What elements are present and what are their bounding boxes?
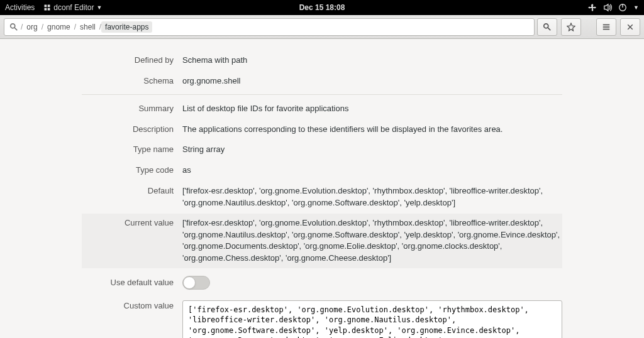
defined-by-value: Schema with path (182, 55, 562, 67)
svg-rect-4 (603, 26, 610, 28)
type-code-value: as (182, 165, 562, 177)
current-value-label: Current value (82, 217, 182, 264)
description-label: Description (82, 124, 182, 136)
key-detail-view: Defined by Schema with path Schema org.g… (0, 39, 644, 338)
network-icon[interactable] (588, 3, 597, 12)
star-icon (567, 23, 575, 31)
description-value: The applications corresponding to these … (182, 124, 562, 136)
schema-value: org.gnome.shell (182, 75, 562, 87)
svg-point-2 (544, 23, 548, 28)
type-name-label: Type name (82, 144, 182, 156)
summary-label: Summary (82, 103, 182, 115)
schema-label: Schema (82, 75, 182, 87)
gnome-topbar: Activities dconf Editor ▼ Dec 15 18:08 ▼ (0, 0, 644, 15)
path-segment-org[interactable]: org (23, 21, 41, 33)
dconf-icon (43, 4, 51, 11)
menu-button[interactable] (596, 18, 616, 36)
header-bar: / org / gnome / shell / favorite-apps (0, 15, 644, 39)
type-name-value: String array (182, 144, 562, 156)
hamburger-icon (602, 23, 611, 31)
volume-icon[interactable] (603, 3, 612, 12)
app-menu-label: dconf Editor (53, 3, 94, 12)
path-bar[interactable]: / org / gnome / shell / favorite-apps (4, 18, 535, 36)
search-button[interactable] (537, 18, 557, 36)
path-segment-gnome[interactable]: gnome (43, 21, 74, 33)
bookmark-button[interactable] (561, 18, 581, 36)
current-value: ['firefox-esr.desktop', 'org.gnome.Evolu… (182, 217, 562, 264)
divider (82, 94, 562, 95)
close-icon (626, 23, 634, 31)
custom-value-label: Custom value (82, 300, 182, 338)
svg-rect-3 (603, 24, 610, 25)
default-label: Default (82, 185, 182, 209)
default-value: ['firefox-esr.desktop', 'org.gnome.Evolu… (182, 185, 562, 209)
search-icon (543, 23, 552, 31)
power-icon[interactable] (618, 3, 627, 12)
custom-value-textarea[interactable] (182, 300, 562, 338)
chevron-down-icon: ▼ (96, 4, 102, 11)
summary-value: List of desktop file IDs for favorite ap… (182, 103, 562, 115)
path-segment-shell[interactable]: shell (76, 21, 99, 33)
app-menu[interactable]: dconf Editor ▼ (43, 3, 102, 12)
activities-button[interactable]: Activities (5, 3, 35, 12)
use-default-label: Use default value (82, 277, 182, 289)
svg-point-1 (11, 23, 15, 28)
use-default-switch[interactable] (182, 276, 210, 290)
path-segment-favorite-apps[interactable]: favorite-apps (101, 21, 152, 33)
search-icon[interactable] (7, 23, 21, 31)
defined-by-label: Defined by (82, 55, 182, 67)
close-button[interactable] (620, 18, 640, 36)
clock[interactable]: Dec 15 18:08 (299, 3, 345, 12)
svg-rect-5 (603, 28, 610, 30)
switch-knob (183, 276, 196, 289)
type-code-label: Type code (82, 165, 182, 177)
chevron-down-icon[interactable]: ▼ (633, 4, 639, 11)
